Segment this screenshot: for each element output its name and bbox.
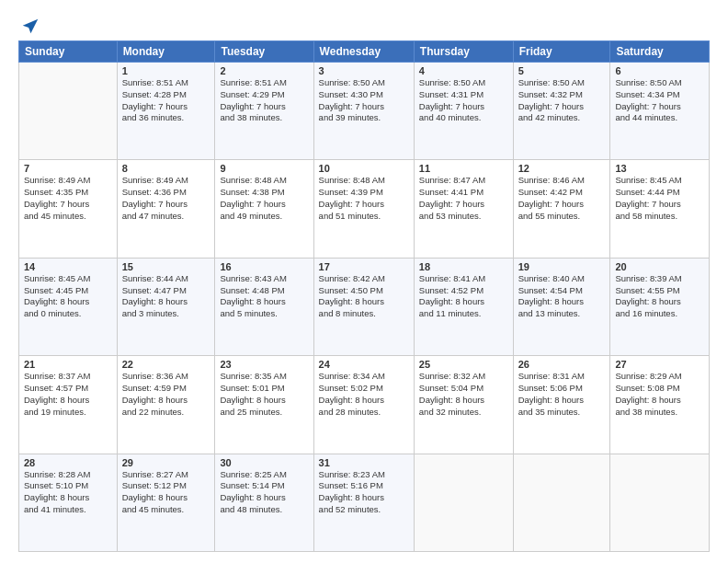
day-number: 27 xyxy=(615,359,704,370)
day-number: 23 xyxy=(220,359,308,370)
day-cell: 22Sunrise: 8:36 AMSunset: 4:59 PMDayligh… xyxy=(117,356,215,454)
day-info: Sunrise: 8:29 AMSunset: 5:08 PMDaylight:… xyxy=(615,371,704,418)
day-info: Sunrise: 8:23 AMSunset: 5:16 PMDaylight:… xyxy=(319,469,409,516)
day-cell: 11Sunrise: 8:47 AMSunset: 4:41 PMDayligh… xyxy=(414,160,513,258)
week-row-0: 1Sunrise: 8:51 AMSunset: 4:28 PMDaylight… xyxy=(19,63,710,160)
day-cell: 1Sunrise: 8:51 AMSunset: 4:28 PMDaylight… xyxy=(117,63,215,160)
day-cell: 4Sunrise: 8:50 AMSunset: 4:31 PMDaylight… xyxy=(414,63,513,160)
day-header-friday: Friday xyxy=(513,41,610,63)
day-number: 7 xyxy=(24,163,112,174)
logo xyxy=(18,17,40,33)
day-cell: 29Sunrise: 8:27 AMSunset: 5:12 PMDayligh… xyxy=(117,454,215,551)
day-info: Sunrise: 8:49 AMSunset: 4:35 PMDaylight:… xyxy=(24,175,112,222)
day-number: 31 xyxy=(319,457,409,468)
day-number: 3 xyxy=(319,65,409,76)
day-cell: 23Sunrise: 8:35 AMSunset: 5:01 PMDayligh… xyxy=(215,356,313,454)
week-row-3: 21Sunrise: 8:37 AMSunset: 4:57 PMDayligh… xyxy=(19,356,710,454)
day-info: Sunrise: 8:45 AMSunset: 4:44 PMDaylight:… xyxy=(615,175,704,222)
day-info: Sunrise: 8:27 AMSunset: 5:12 PMDaylight:… xyxy=(122,469,210,516)
day-info: Sunrise: 8:50 AMSunset: 4:30 PMDaylight:… xyxy=(319,77,409,124)
day-info: Sunrise: 8:50 AMSunset: 4:32 PMDaylight:… xyxy=(518,77,606,124)
day-number: 15 xyxy=(122,261,210,272)
day-cell: 21Sunrise: 8:37 AMSunset: 4:57 PMDayligh… xyxy=(19,356,118,454)
day-cell: 8Sunrise: 8:49 AMSunset: 4:36 PMDaylight… xyxy=(117,160,215,258)
day-info: Sunrise: 8:42 AMSunset: 4:50 PMDaylight:… xyxy=(319,273,409,320)
day-number: 4 xyxy=(419,65,508,76)
day-header-wednesday: Wednesday xyxy=(313,41,414,63)
day-header-thursday: Thursday xyxy=(414,41,513,63)
day-cell: 10Sunrise: 8:48 AMSunset: 4:39 PMDayligh… xyxy=(313,160,414,258)
day-number: 24 xyxy=(319,359,409,370)
day-cell: 6Sunrise: 8:50 AMSunset: 4:34 PMDaylight… xyxy=(610,63,710,160)
day-number: 17 xyxy=(319,261,409,272)
day-cell xyxy=(414,454,513,551)
day-info: Sunrise: 8:32 AMSunset: 5:04 PMDaylight:… xyxy=(419,371,508,418)
day-info: Sunrise: 8:48 AMSunset: 4:38 PMDaylight:… xyxy=(220,175,308,222)
day-cell: 14Sunrise: 8:45 AMSunset: 4:45 PMDayligh… xyxy=(19,258,118,355)
day-cell: 15Sunrise: 8:44 AMSunset: 4:47 PMDayligh… xyxy=(117,258,215,355)
day-number: 14 xyxy=(24,261,112,272)
day-number: 11 xyxy=(419,163,508,174)
day-info: Sunrise: 8:44 AMSunset: 4:47 PMDaylight:… xyxy=(122,273,210,320)
day-info: Sunrise: 8:28 AMSunset: 5:10 PMDaylight:… xyxy=(24,469,112,516)
day-number: 18 xyxy=(419,261,508,272)
day-info: Sunrise: 8:35 AMSunset: 5:01 PMDaylight:… xyxy=(220,371,308,418)
week-row-2: 14Sunrise: 8:45 AMSunset: 4:45 PMDayligh… xyxy=(19,258,710,355)
day-number: 22 xyxy=(122,359,210,370)
day-info: Sunrise: 8:37 AMSunset: 4:57 PMDaylight:… xyxy=(24,371,112,418)
day-info: Sunrise: 8:36 AMSunset: 4:59 PMDaylight:… xyxy=(122,371,210,418)
day-info: Sunrise: 8:51 AMSunset: 4:29 PMDaylight:… xyxy=(220,77,308,124)
day-number: 19 xyxy=(518,261,606,272)
page: SundayMondayTuesdayWednesdayThursdayFrid… xyxy=(0,0,728,563)
day-info: Sunrise: 8:41 AMSunset: 4:52 PMDaylight:… xyxy=(419,273,508,320)
day-cell: 13Sunrise: 8:45 AMSunset: 4:44 PMDayligh… xyxy=(610,160,710,258)
logo-bird-icon xyxy=(20,17,40,37)
day-number: 1 xyxy=(122,65,210,76)
day-cell: 25Sunrise: 8:32 AMSunset: 5:04 PMDayligh… xyxy=(414,356,513,454)
day-cell: 28Sunrise: 8:28 AMSunset: 5:10 PMDayligh… xyxy=(19,454,118,551)
day-cell: 31Sunrise: 8:23 AMSunset: 5:16 PMDayligh… xyxy=(313,454,414,551)
day-number: 21 xyxy=(24,359,112,370)
day-info: Sunrise: 8:49 AMSunset: 4:36 PMDaylight:… xyxy=(122,175,210,222)
day-number: 30 xyxy=(220,457,308,468)
day-cell: 7Sunrise: 8:49 AMSunset: 4:35 PMDaylight… xyxy=(19,160,118,258)
day-info: Sunrise: 8:50 AMSunset: 4:34 PMDaylight:… xyxy=(615,77,704,124)
day-cell xyxy=(19,63,118,160)
day-cell: 24Sunrise: 8:34 AMSunset: 5:02 PMDayligh… xyxy=(313,356,414,454)
day-header-saturday: Saturday xyxy=(610,41,710,63)
day-number: 13 xyxy=(615,163,704,174)
day-cell xyxy=(513,454,610,551)
day-info: Sunrise: 8:31 AMSunset: 5:06 PMDaylight:… xyxy=(518,371,606,418)
day-header-sunday: Sunday xyxy=(19,41,118,63)
calendar: SundayMondayTuesdayWednesdayThursdayFrid… xyxy=(18,40,710,552)
day-cell: 27Sunrise: 8:29 AMSunset: 5:08 PMDayligh… xyxy=(610,356,710,454)
day-number: 25 xyxy=(419,359,508,370)
day-number: 2 xyxy=(220,65,308,76)
day-cell xyxy=(610,454,710,551)
calendar-header-row: SundayMondayTuesdayWednesdayThursdayFrid… xyxy=(19,41,710,63)
day-cell: 9Sunrise: 8:48 AMSunset: 4:38 PMDaylight… xyxy=(215,160,313,258)
day-cell: 3Sunrise: 8:50 AMSunset: 4:30 PMDaylight… xyxy=(313,63,414,160)
day-cell: 12Sunrise: 8:46 AMSunset: 4:42 PMDayligh… xyxy=(513,160,610,258)
day-info: Sunrise: 8:51 AMSunset: 4:28 PMDaylight:… xyxy=(122,77,210,124)
day-number: 16 xyxy=(220,261,308,272)
day-number: 26 xyxy=(518,359,606,370)
day-cell: 19Sunrise: 8:40 AMSunset: 4:54 PMDayligh… xyxy=(513,258,610,355)
day-cell: 5Sunrise: 8:50 AMSunset: 4:32 PMDaylight… xyxy=(513,63,610,160)
day-info: Sunrise: 8:46 AMSunset: 4:42 PMDaylight:… xyxy=(518,175,606,222)
day-number: 28 xyxy=(24,457,112,468)
day-number: 5 xyxy=(518,65,606,76)
header xyxy=(18,17,710,33)
day-number: 20 xyxy=(615,261,704,272)
day-header-monday: Monday xyxy=(117,41,215,63)
day-info: Sunrise: 8:45 AMSunset: 4:45 PMDaylight:… xyxy=(24,273,112,320)
day-info: Sunrise: 8:47 AMSunset: 4:41 PMDaylight:… xyxy=(419,175,508,222)
day-info: Sunrise: 8:43 AMSunset: 4:48 PMDaylight:… xyxy=(220,273,308,320)
day-number: 10 xyxy=(319,163,409,174)
day-number: 9 xyxy=(220,163,308,174)
day-cell: 2Sunrise: 8:51 AMSunset: 4:29 PMDaylight… xyxy=(215,63,313,160)
day-info: Sunrise: 8:39 AMSunset: 4:55 PMDaylight:… xyxy=(615,273,704,320)
day-info: Sunrise: 8:34 AMSunset: 5:02 PMDaylight:… xyxy=(319,371,409,418)
day-cell: 30Sunrise: 8:25 AMSunset: 5:14 PMDayligh… xyxy=(215,454,313,551)
day-number: 12 xyxy=(518,163,606,174)
